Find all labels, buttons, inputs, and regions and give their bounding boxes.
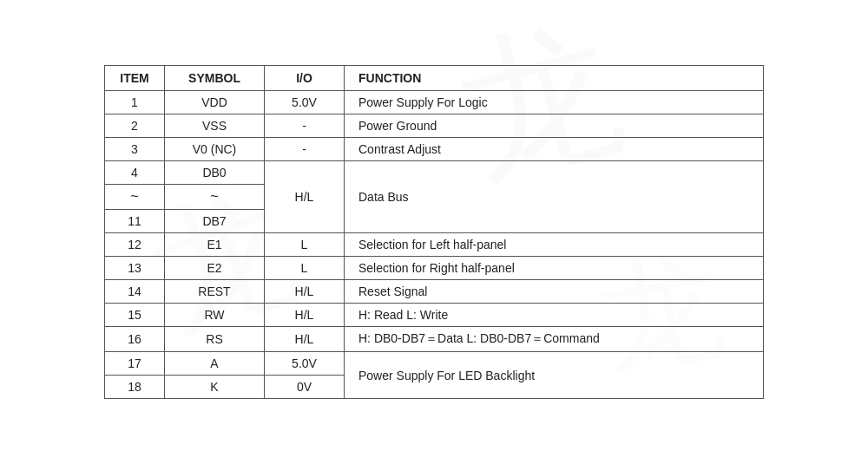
table-row: 17 A 5.0V Power Supply For LED Backlight — [105, 352, 764, 376]
symbol-vss: VSS — [165, 114, 265, 138]
symbol-e1: E1 — [165, 233, 265, 257]
function-databus: Data Bus — [345, 161, 764, 233]
io-v0: - — [265, 138, 345, 161]
header-symbol: SYMBOL — [165, 66, 265, 91]
symbol-e2: E2 — [165, 257, 265, 280]
function-rw: H: Read L: Write — [345, 304, 764, 327]
function-rs: H: DB0-DB7＝Data L: DB0-DB7＝Command — [345, 327, 764, 352]
item-17: 17 — [105, 352, 165, 376]
item-14: 14 — [105, 280, 165, 304]
function-vdd: Power Supply For Logic — [345, 91, 764, 114]
io-rs: H/L — [265, 327, 345, 352]
symbol-rw: RW — [165, 304, 265, 327]
table-row: 16 RS H/L H: DB0-DB7＝Data L: DB0-DB7＝Com… — [105, 327, 764, 352]
item-3: 3 — [105, 138, 165, 161]
symbol-rs: RS — [165, 327, 265, 352]
item-11: 11 — [105, 210, 165, 233]
table-row: 2 VSS - Power Ground — [105, 114, 764, 138]
function-rest: Reset Signal — [345, 280, 764, 304]
item-12: 12 — [105, 233, 165, 257]
table-row: 14 REST H/L Reset Signal — [105, 280, 764, 304]
io-k: 0V — [265, 376, 345, 399]
symbol-tilde: ~ — [165, 185, 265, 210]
io-a: 5.0V — [265, 352, 345, 376]
io-vdd: 5.0V — [265, 91, 345, 114]
io-e2: L — [265, 257, 345, 280]
function-e2: Selection for Right half-panel — [345, 257, 764, 280]
item-4: 4 — [105, 161, 165, 185]
header-io: I/O — [265, 66, 345, 91]
item-16: 16 — [105, 327, 165, 352]
function-e1: Selection for Left half-panel — [345, 233, 764, 257]
symbol-rest: REST — [165, 280, 265, 304]
header-item: ITEM — [105, 66, 165, 91]
io-e1: L — [265, 233, 345, 257]
table-header-row: ITEM SYMBOL I/O FUNCTION — [105, 66, 764, 91]
item-2: 2 — [105, 114, 165, 138]
symbol-v0: V0 (NC) — [165, 138, 265, 161]
io-databus: H/L — [265, 161, 345, 233]
table-row: 15 RW H/L H: Read L: Write — [105, 304, 764, 327]
symbol-db7: DB7 — [165, 210, 265, 233]
item-15: 15 — [105, 304, 165, 327]
header-function: FUNCTION — [345, 66, 764, 91]
item-13: 13 — [105, 257, 165, 280]
symbol-k: K — [165, 376, 265, 399]
io-rest: H/L — [265, 280, 345, 304]
symbol-a: A — [165, 352, 265, 376]
table-row: 12 E1 L Selection for Left half-panel — [105, 233, 764, 257]
symbol-vdd: VDD — [165, 91, 265, 114]
pin-table: ITEM SYMBOL I/O FUNCTION 1 VDD 5.0V Powe… — [104, 65, 764, 399]
function-v0: Contrast Adjust — [345, 138, 764, 161]
function-led: Power Supply For LED Backlight — [345, 352, 764, 399]
io-rw: H/L — [265, 304, 345, 327]
table-wrapper: ITEM SYMBOL I/O FUNCTION 1 VDD 5.0V Powe… — [91, 52, 777, 412]
page-container: 龙 龙 龙 ITEM SYMBOL I/O FUNCTION 1 VDD 5.0… — [0, 0, 868, 464]
item-18: 18 — [105, 376, 165, 399]
table-row: 4 DB0 H/L Data Bus — [105, 161, 764, 185]
item-tilde: ~ — [105, 185, 165, 210]
table-row: 1 VDD 5.0V Power Supply For Logic — [105, 91, 764, 114]
table-row: 3 V0 (NC) - Contrast Adjust — [105, 138, 764, 161]
symbol-db0: DB0 — [165, 161, 265, 185]
table-row: 13 E2 L Selection for Right half-panel — [105, 257, 764, 280]
io-vss: - — [265, 114, 345, 138]
item-1: 1 — [105, 91, 165, 114]
function-vss: Power Ground — [345, 114, 764, 138]
